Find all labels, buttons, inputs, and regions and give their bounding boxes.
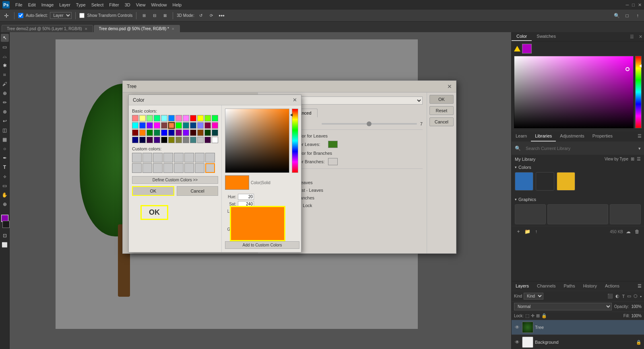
tool-marquee[interactable]: ▭ [1,43,9,51]
graphics-item-1[interactable] [515,204,546,224]
custom-cell-11[interactable] [153,163,163,173]
delete-icon[interactable]: 🗑 [634,228,641,235]
color-cancel-btn[interactable]: Cancel [177,186,218,196]
color-spectrum-display[interactable] [514,56,642,128]
background-color[interactable] [2,221,10,228]
basic-cell-6[interactable] [175,115,182,121]
tab-close-2[interactable]: ✕ [171,27,175,31]
custom-cell-8[interactable] [205,153,215,162]
basic-cell-15[interactable] [154,122,160,129]
tool-history[interactable]: ↩ [1,117,9,125]
workspace-icon[interactable]: □ [623,12,631,20]
custom-cell-14[interactable] [184,163,194,173]
tree-dialog-close[interactable]: ✕ [447,83,452,90]
grid-view-icon[interactable]: ⊞ [631,156,634,162]
basic-cell-46[interactable] [204,137,211,143]
basic-cell-24[interactable] [132,129,138,136]
custom-cell-16[interactable] [205,163,215,173]
custom-cell-10[interactable] [142,163,152,173]
custom-cell-9[interactable] [132,163,142,173]
menu-edit[interactable]: Edit [28,2,36,7]
basic-cell-20[interactable] [190,122,196,129]
basic-cell-23[interactable] [212,122,218,129]
basic-cell-34[interactable] [204,129,211,136]
lib-tab-adjustments[interactable]: Adjustments [556,131,588,142]
basic-cell-17[interactable] [168,122,175,129]
basic-cell-26[interactable] [147,129,153,136]
basic-cell-33[interactable] [197,129,204,136]
layers-tab-layers[interactable]: Layers [512,281,533,291]
basic-cell-10[interactable] [204,115,211,121]
menu-help[interactable]: Help [173,2,182,7]
tool-brush[interactable]: ✏ [1,99,9,107]
quick-mask[interactable]: ⊡ [1,232,9,240]
menu-select[interactable]: Select [91,2,104,7]
basic-cell-28[interactable] [161,129,167,136]
cloud-icon[interactable]: ☁ [625,228,632,235]
custom-cell-3[interactable] [153,153,163,162]
leaves-color-swatch[interactable] [328,141,338,148]
tool-selection[interactable]: ↖ [1,34,9,42]
color-tab[interactable]: Color [512,32,532,41]
menu-type[interactable]: Type [76,2,86,7]
custom-cell-15[interactable] [195,163,204,173]
menu-window[interactable]: Window [151,2,167,7]
tool-pen[interactable]: ✒ [1,154,9,162]
basic-cell-44[interactable] [190,137,196,143]
custom-cell-1[interactable] [132,153,142,162]
tree-reset-btn[interactable]: Reset [429,106,454,115]
bg-layer-eye[interactable]: 👁 [514,339,520,345]
3d-btn-1[interactable]: ↺ [197,12,205,20]
menu-layer[interactable]: Layer [59,2,70,7]
filter-shape-icon[interactable]: ▭ [627,294,631,299]
basic-cell-13[interactable] [139,122,146,129]
basic-cell-35[interactable] [212,129,218,136]
graphics-item-3[interactable] [610,204,641,224]
custom-cell-6[interactable] [184,153,194,162]
basic-cell-32[interactable] [190,129,196,136]
tool-heal[interactable]: ⊕ [1,89,9,97]
graphics-item-2[interactable] [547,204,609,224]
basic-cell-4[interactable] [161,115,167,121]
tool-gradient[interactable]: ▦ [1,135,9,144]
basic-cell-41[interactable] [168,137,175,143]
layers-tab-history[interactable]: History [579,281,601,291]
basic-cell-42[interactable] [175,137,182,143]
add-item-icon[interactable]: + [515,228,522,235]
tree-ok-btn[interactable]: OK [429,95,454,104]
share-icon[interactable]: ↑ [634,12,642,20]
basic-cell-38[interactable] [147,137,153,143]
custom-cell-12[interactable] [163,163,173,173]
basic-cell-3[interactable] [154,115,160,121]
custom-cell-5[interactable] [174,153,184,162]
tree-layer-eye[interactable]: 👁 [514,324,520,331]
swatch-yellow[interactable] [557,172,575,191]
basic-cell-8[interactable] [190,115,196,121]
tool-eyedropper[interactable]: 🖋 [1,80,9,88]
filter-smart-icon[interactable]: ⬡ [634,294,638,299]
upload-icon[interactable]: ↑ [533,228,540,235]
colors-section-header[interactable]: ▾ Colors [515,165,641,170]
basic-cell-7[interactable] [183,115,189,121]
new-folder-icon[interactable]: 📁 [524,228,531,235]
minimize-btn[interactable]: ─ [626,2,629,8]
add-custom-colors-btn[interactable]: Add to Custom Colors [225,241,299,249]
tool-quick-select[interactable]: ✱ [1,62,9,70]
basic-cell-21[interactable] [197,122,204,129]
tool-dodge[interactable]: ○ [1,145,9,153]
basic-cell-47[interactable] [212,137,218,143]
lib-panel-menu[interactable]: ☰ [635,131,644,142]
define-custom-btn[interactable]: Define Custom Colors >> [132,176,218,184]
basic-cell-25[interactable] [139,129,146,136]
custom-cell-7[interactable] [195,153,204,162]
camera-tilt-slider[interactable] [322,123,417,125]
transform-checkbox[interactable] [79,13,85,18]
basic-cell-45[interactable] [197,137,204,143]
basic-cell-9[interactable] [197,115,204,121]
lib-tab-libraries[interactable]: Libraries [531,131,556,142]
menu-filter[interactable]: Filter [109,2,119,7]
move-tool[interactable]: ✛ [2,12,10,20]
basic-cell-18[interactable] [175,122,182,129]
hue-bar[interactable] [635,56,642,128]
swatch-dark[interactable] [536,172,554,191]
